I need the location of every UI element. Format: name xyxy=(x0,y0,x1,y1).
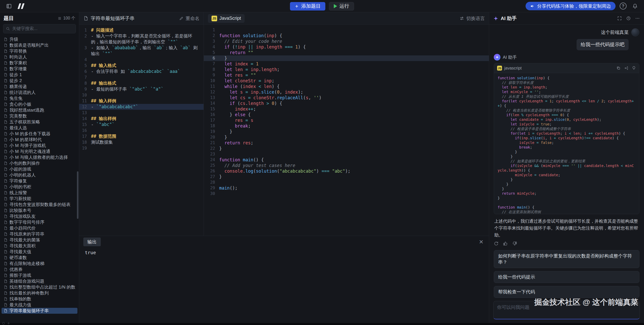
insert-code-icon[interactable] xyxy=(624,66,628,70)
sidebar-item[interactable]: 比较版本号 xyxy=(2,208,77,213)
editor-pane: JS JavaScript 切换语言 12function solution(i… xyxy=(204,12,489,236)
suggested-question-chip[interactable]: 帮我检查一下代码 xyxy=(494,286,639,298)
tab-javascript[interactable]: JS JavaScript xyxy=(208,14,245,23)
sidebar-item[interactable]: 小包的数列操作 xyxy=(2,160,77,166)
sidebar-item[interactable]: 小 M 的多任务下载器 xyxy=(2,131,77,137)
sidebar-item-label: 最小趋同代价 xyxy=(9,225,36,231)
run-button[interactable]: 运行 xyxy=(329,2,354,11)
sidebar-item[interactable]: 数据表是否顺利产出 xyxy=(2,42,77,48)
sidebar-item[interactable]: 最小趋同代价 xyxy=(2,225,77,231)
sidebar-item-label: 小 M 与弹子游戏机 xyxy=(9,143,46,149)
expand-icon[interactable] xyxy=(617,16,622,21)
thumbs-up-icon[interactable] xyxy=(503,241,508,246)
sidebar-item[interactable]: 小明的书柜 xyxy=(2,184,77,190)
sidebar-item[interactable]: 找出整型数组中占比超过 1/N 的数 xyxy=(2,284,77,290)
sidebar-item[interactable]: 优惠券 xyxy=(2,267,77,272)
line-number: 27 xyxy=(204,174,219,180)
regenerate-icon[interactable] xyxy=(494,241,499,246)
more-icon[interactable] xyxy=(635,16,640,21)
sidebar-item-label: 找单独的数 xyxy=(9,296,31,302)
sidebar-toggle-icon[interactable] xyxy=(5,2,13,11)
sidebar-scrollbar[interactable] xyxy=(77,171,78,219)
app-logo[interactable] xyxy=(17,3,25,9)
sidebar-item[interactable]: 徒步 1 xyxy=(2,72,77,78)
line-number: 3 xyxy=(79,45,91,57)
sidebar-item[interactable]: 小 M 与光明之魂连通 xyxy=(2,149,77,154)
ai-code-line: isCycle = false; xyxy=(498,140,636,145)
problem-list: 升级数据表是否顺利产出字符替换时尚达人数字乘积数字增量徒步 1徒步 2糖果传递统… xyxy=(0,36,79,323)
thumbs-down-icon[interactable] xyxy=(512,241,517,246)
sidebar-item-label: 数据表是否顺利产出 xyxy=(9,42,49,48)
sidebar-item[interactable]: 兔生兔 xyxy=(2,95,77,101)
promo-label: 分享代码练习体验，领限量定制周边 xyxy=(537,3,611,9)
promo-banner[interactable]: 分享代码练习体验，领限量定制周边 xyxy=(526,2,616,10)
bell-icon[interactable] xyxy=(631,2,639,11)
sidebar-item[interactable]: 统计说谎的人 xyxy=(2,90,77,95)
sidebar-item[interactable]: 最大战力值 xyxy=(2,302,77,308)
close-icon[interactable]: × xyxy=(478,238,485,245)
search-box[interactable] xyxy=(3,24,76,33)
sidebar-item[interactable]: 小明的机器人 xyxy=(2,172,77,178)
copy-icon[interactable] xyxy=(616,66,621,70)
sidebar-item-label: 徒步 1 xyxy=(9,72,22,78)
search-input[interactable] xyxy=(12,26,73,31)
sidebar-item[interactable]: 寻找原来的字符串 xyxy=(2,231,77,237)
ai-code-line: function solution(inp) { xyxy=(498,76,636,80)
sidebar-item[interactable]: 数字增量 xyxy=(2,66,77,72)
sidebar-item[interactable]: 寻找最大的菌落 xyxy=(2,237,77,243)
help-icon[interactable]: ? xyxy=(620,3,627,9)
add-problem-button[interactable]: 添加题目 xyxy=(290,2,325,11)
output-tab[interactable]: 输出 xyxy=(83,238,101,246)
sidebar-item[interactable]: 小 M 的星球时代 xyxy=(2,137,77,143)
lightbulb-icon[interactable] xyxy=(632,66,636,70)
sidebar-item[interactable]: 贪心的小贩 xyxy=(2,101,77,107)
document-icon xyxy=(4,303,7,307)
sidebar-item[interactable]: 徒步 2 xyxy=(2,78,77,84)
problem-title: 字符串最短循环子串 xyxy=(91,15,135,22)
line-number: 17 xyxy=(204,117,219,123)
switch-language-button[interactable]: 切换语言 xyxy=(459,15,485,22)
sidebar-item[interactable]: 五子棋获胜策略 xyxy=(2,119,77,125)
sidebar-item[interactable]: 小 M 与狼人拯救者的能力选择 xyxy=(2,154,77,160)
sidebar-item[interactable]: 字符串最短循环子串 xyxy=(2,308,77,314)
suggested-question-chip[interactable]: 给我一些代码提示 xyxy=(494,271,639,283)
sidebar-item[interactable]: 学习新技能 xyxy=(2,196,77,202)
sidebar-item[interactable]: 数字乘积 xyxy=(2,60,77,66)
sidebar-item[interactable]: 最佳人选 xyxy=(2,125,77,131)
document-icon xyxy=(4,138,7,142)
sidebar-item[interactable]: 数字字母同号排序 xyxy=(2,219,77,225)
output-value: true xyxy=(85,250,96,255)
sidebar-item[interactable]: 寻找最大值 xyxy=(2,249,77,255)
sidebar-item[interactable]: 寻找游戏队友 xyxy=(2,213,77,219)
sidebar-item[interactable]: 寻找包含斐波那契数最多的链表 xyxy=(2,202,77,208)
sidebar-item[interactable]: 字符替换 xyxy=(2,48,77,54)
problem-description[interactable]: 1# 问题描述2- 输入一个字符串，判断其是否完全循环，若是循环的，输出最短的循… xyxy=(79,25,204,236)
code-editor[interactable]: 12function solution(inp) {3 // Edit your… xyxy=(204,25,489,236)
status-gear-icon[interactable] xyxy=(7,322,10,325)
status-circle-icon[interactable] xyxy=(2,322,5,325)
ai-question-input[interactable] xyxy=(493,301,640,319)
document-icon xyxy=(4,114,7,118)
sidebar-item[interactable]: 找单独的数 xyxy=(2,296,77,302)
sidebar-item[interactable]: 糖果传递 xyxy=(2,84,77,90)
line-number: 11 xyxy=(79,98,91,104)
sidebar-item[interactable]: 升级 xyxy=(2,36,77,42)
rename-button[interactable]: 重命名 xyxy=(179,15,199,22)
sidebar-item[interactable]: 英雄组合游戏问题 xyxy=(2,278,77,284)
sidebar-item[interactable]: 时尚达人 xyxy=(2,54,77,60)
sidebar-item[interactable]: 小 M 与弹子游戏机 xyxy=(2,143,77,149)
history-icon[interactable] xyxy=(626,16,631,21)
sidebar-item[interactable]: 硬币凑数 xyxy=(2,255,77,261)
sidebar-item[interactable]: 有点限制地走楼梯 xyxy=(2,261,77,267)
sidebar-item[interactable]: 字符修复 xyxy=(2,178,77,184)
sidebar-item[interactable]: 摇骰子游戏 xyxy=(2,272,77,278)
suggested-question-chip[interactable]: 如何判断子串在原字符串中重复出现的次数是否刚好构成整个字符串？ xyxy=(494,250,639,268)
sidebar-item[interactable]: 完美整数 xyxy=(2,113,77,119)
document-icon xyxy=(4,309,7,313)
code-line: 29main(); xyxy=(204,185,489,191)
sidebar-item[interactable]: 线上报警 xyxy=(2,190,77,196)
sidebar-item[interactable]: 寻找最大面积 xyxy=(2,243,77,249)
sidebar-item[interactable]: 我好想逃start逃跑 xyxy=(2,107,77,113)
sidebar-item[interactable]: 小超的游戏 xyxy=(2,166,77,172)
sidebar-item[interactable]: 找出最长的神奇数列 xyxy=(2,290,77,296)
